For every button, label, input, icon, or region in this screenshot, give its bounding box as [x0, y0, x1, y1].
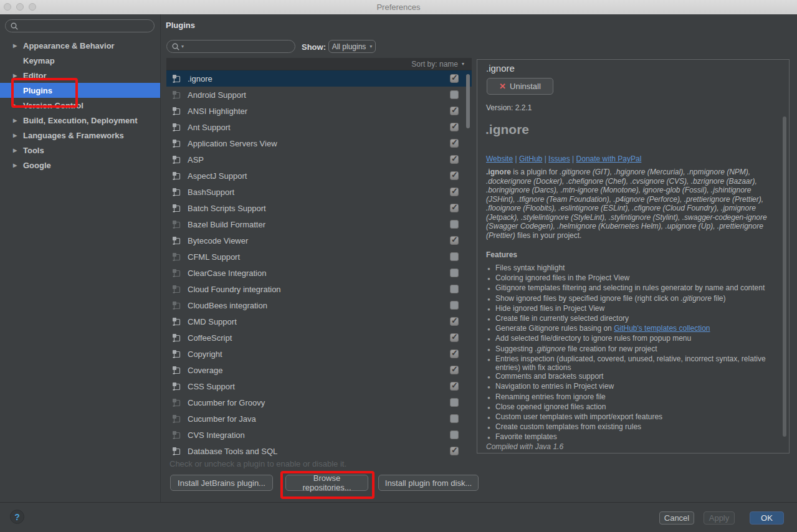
plugin-link-issues[interactable]: Issues — [548, 154, 570, 163]
plugin-icon — [171, 414, 181, 424]
plugin-enabled-checkbox[interactable] — [450, 414, 459, 423]
plugin-list-header[interactable]: Sort by: name ▾ — [166, 58, 472, 70]
apply-button[interactable]: Apply — [704, 511, 735, 525]
text-segment: files in your project. — [515, 231, 582, 240]
plugin-row-database-tools-and-sql[interactable]: Database Tools and SQL — [166, 443, 472, 459]
plugin-row-cucumber-for-groovy[interactable]: Cucumber for Groovy — [166, 394, 472, 411]
plugin-enabled-checkbox[interactable] — [450, 447, 459, 455]
plugin-enabled-checkbox[interactable] — [450, 123, 459, 131]
plugin-row-copyright[interactable]: Copyright — [166, 346, 472, 362]
plugin-row-clearcase-integration[interactable]: ClearCase Integration — [166, 265, 472, 281]
expand-arrow-icon[interactable]: ▶ — [13, 73, 23, 78]
plugin-row-asp[interactable]: ASP — [166, 151, 472, 168]
plugin-row-android-support[interactable]: Android Support — [166, 87, 472, 103]
plugin-row-coverage[interactable]: Coverage — [166, 362, 472, 378]
plugin-name-label: CFML Support — [188, 252, 240, 262]
plugin-enabled-checkbox[interactable] — [450, 333, 459, 342]
feature-item: ●Create file in currently selected direc… — [487, 314, 778, 324]
plugin-link-website[interactable]: Website — [486, 154, 513, 163]
plugin-enabled-checkbox[interactable] — [450, 171, 459, 180]
plugin-enabled-checkbox[interactable] — [450, 382, 459, 391]
expand-arrow-icon[interactable]: ▶ — [13, 148, 23, 153]
sidebar-item-tools[interactable]: ▶Tools — [0, 143, 160, 158]
plugin-enabled-checkbox[interactable] — [450, 349, 459, 358]
plugin-icon — [171, 171, 181, 181]
text-segment: Entries inspection (duplicated, covered,… — [495, 354, 766, 372]
expand-arrow-icon[interactable]: ▶ — [13, 118, 23, 123]
plugin-row-cvs-integration[interactable]: CVS Integration — [166, 427, 472, 443]
plugin-row-ansi-highlighter[interactable]: ANSI Highlighter — [166, 103, 472, 119]
plugin-enabled-checkbox[interactable] — [450, 188, 459, 196]
plugin-row-cloud-foundry-integration[interactable]: Cloud Foundry integration — [166, 281, 472, 297]
plugin-enabled-checkbox[interactable] — [450, 204, 459, 212]
plugin-enabled-checkbox[interactable] — [450, 236, 459, 245]
expand-arrow-icon[interactable]: ▶ — [13, 133, 23, 138]
ok-button[interactable]: OK — [750, 511, 784, 525]
install-plugin-from-disk-button[interactable]: Install plugin from disk... — [378, 475, 479, 491]
plugin-row-coffeescript[interactable]: CoffeeScript — [166, 330, 472, 346]
plugin-search-input[interactable]: ▾ — [166, 40, 295, 53]
plugin-enabled-checkbox[interactable] — [450, 366, 459, 374]
plugin-enabled-checkbox[interactable] — [450, 268, 459, 277]
sidebar-item-google[interactable]: ▶Google — [0, 158, 160, 173]
plugin-enabled-checkbox[interactable] — [450, 107, 459, 115]
feature-text: Create custom templates from existing ru… — [495, 422, 641, 432]
browse-repositories-button[interactable]: Browse repositories... — [285, 475, 368, 491]
plugin-row-cfml-support[interactable]: CFML Support — [166, 249, 472, 265]
search-options-caret-icon[interactable]: ▾ — [181, 44, 184, 49]
plugin-enabled-checkbox[interactable] — [450, 430, 459, 439]
sidebar-item-keymap[interactable]: Keymap — [0, 53, 160, 68]
plugin-row-ant-support[interactable]: Ant Support — [166, 119, 472, 135]
plugin-enabled-checkbox[interactable] — [450, 90, 459, 99]
feature-text: Entries inspection (duplicated, covered,… — [495, 354, 778, 372]
dialog-footer: ? Cancel Apply OK — [0, 503, 797, 532]
plugin-enabled-checkbox[interactable] — [450, 317, 459, 326]
sidebar-item-languages-frameworks[interactable]: ▶Languages & Frameworks — [0, 128, 160, 143]
feature-item: ●Renaming entries from ignore file — [487, 392, 778, 402]
plugin-link-donate-with-paypal[interactable]: Donate with PayPal — [576, 154, 642, 163]
settings-search-input[interactable] — [5, 19, 155, 32]
sidebar-item-version-control[interactable]: ▶Version Control — [0, 98, 160, 113]
plugin-list-scrollbar[interactable] — [466, 74, 470, 128]
show-filter-dropdown[interactable]: All plugins ▾ — [328, 40, 376, 53]
plugin-row-aspectj-support[interactable]: AspectJ Support — [166, 168, 472, 184]
plugin-row-cucumber-for-java[interactable]: Cucumber for Java — [166, 411, 472, 427]
sidebar-item-editor[interactable]: ▶Editor — [0, 68, 160, 83]
plugin-enabled-checkbox[interactable] — [450, 74, 459, 83]
sidebar-item-appearance-behavior[interactable]: ▶Appearance & Behavior — [0, 38, 160, 53]
expand-arrow-icon[interactable]: ▶ — [13, 103, 23, 108]
install-jetbrains-plugin-button[interactable]: Install JetBrains plugin... — [170, 475, 273, 491]
plugin-row-css-support[interactable]: CSS Support — [166, 378, 472, 394]
plugin-enabled-checkbox[interactable] — [450, 285, 459, 293]
plugin-enabled-checkbox[interactable] — [450, 220, 459, 229]
plugin-rows: .ignoreAndroid SupportANSI HighlighterAn… — [166, 70, 472, 459]
details-scrollbar[interactable] — [783, 116, 786, 437]
plugin-enabled-checkbox[interactable] — [450, 301, 459, 310]
plugin-row-cmd-support[interactable]: CMD Support — [166, 313, 472, 330]
expand-arrow-icon[interactable]: ▶ — [13, 43, 23, 49]
sidebar-item-build-execution-deployment[interactable]: ▶Build, Execution, Deployment — [0, 113, 160, 128]
plugin-row-batch-scripts-support[interactable]: Batch Scripts Support — [166, 200, 472, 216]
plugin-enabled-checkbox[interactable] — [450, 155, 459, 164]
uninstall-button[interactable]: ✕ Uninstall — [487, 78, 553, 95]
plugin-enabled-checkbox[interactable] — [450, 252, 459, 261]
features-list: ●Files syntax highlight●Coloring ignored… — [487, 264, 778, 443]
sidebar-item-label: Version Control — [23, 101, 84, 110]
expand-arrow-icon[interactable]: ▶ — [13, 163, 23, 168]
plugin-row-ignore[interactable]: .ignore — [166, 70, 472, 87]
chevron-down-icon: ▾ — [370, 44, 372, 49]
plugin-row-bazel-build-formatter[interactable]: Bazel Build Formatter — [166, 216, 472, 232]
plugin-row-application-servers-view[interactable]: Application Servers View — [166, 135, 472, 151]
plugin-row-bashsupport[interactable]: BashSupport — [166, 184, 472, 200]
plugin-row-cloudbees-integration[interactable]: CloudBees integration — [166, 297, 472, 313]
plugin-link-github[interactable]: GitHub — [519, 154, 542, 163]
sidebar-item-plugins[interactable]: Plugins — [0, 83, 160, 98]
plugin-enabled-checkbox[interactable] — [450, 398, 459, 407]
text-segment: Create custom templates from existing ru… — [495, 422, 641, 431]
feature-item: ●Create custom templates from existing r… — [487, 422, 778, 432]
inline-link[interactable]: GitHub's templates collection — [614, 324, 710, 333]
cancel-button[interactable]: Cancel — [659, 511, 694, 525]
plugin-enabled-checkbox[interactable] — [450, 139, 459, 148]
plugin-row-bytecode-viewer[interactable]: Bytecode Viewer — [166, 232, 472, 249]
help-button[interactable]: ? — [10, 510, 24, 524]
